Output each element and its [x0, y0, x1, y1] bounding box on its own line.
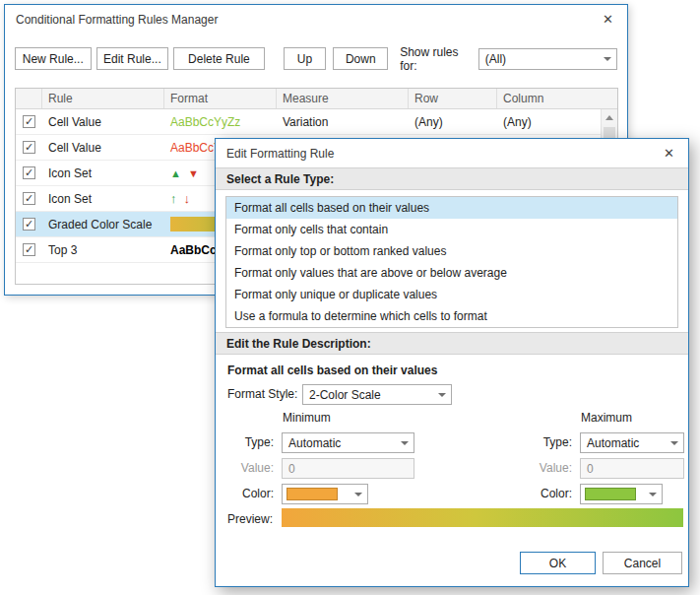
- arrow-down-icon: ↓: [184, 192, 191, 206]
- manager-titlebar: Conditional Formatting Rules Manager ✕: [5, 5, 627, 33]
- edit-rule-button[interactable]: Edit Rule...: [96, 47, 169, 70]
- dropdown-arrow-icon: [354, 493, 362, 496]
- minimum-type-dropdown[interactable]: Automatic: [282, 432, 414, 453]
- maximum-header: Maximum: [581, 411, 632, 425]
- minimum-type-label: Type:: [220, 435, 274, 449]
- rule-enabled-checkbox[interactable]: ✓: [23, 166, 35, 179]
- dropdown-arrow-icon: [438, 393, 446, 397]
- rule-type-item[interactable]: Format only values that are above or bel…: [226, 262, 677, 284]
- manager-close-icon[interactable]: ✕: [598, 11, 618, 28]
- preview-gradient-bar: [282, 508, 683, 527]
- rule-type-item[interactable]: Format only unique or duplicate values: [226, 284, 677, 305]
- column-header-rule[interactable]: Rule: [42, 89, 164, 108]
- rule-name-cell: Top 3: [42, 243, 164, 257]
- scroll-up-icon: [605, 115, 613, 120]
- rule-type-item[interactable]: Format only top or bottom ranked values: [226, 240, 677, 262]
- show-rules-for-label: Show rules for:: [400, 45, 478, 73]
- delete-rule-button[interactable]: Delete Rule: [173, 47, 264, 70]
- manager-title: Conditional Formatting Rules Manager: [16, 13, 218, 27]
- rule-type-section-header: Select a Rule Type:: [216, 167, 688, 190]
- maximum-type-dropdown[interactable]: Automatic: [580, 432, 684, 453]
- column-header-measure[interactable]: Measure: [277, 89, 409, 108]
- maximum-type-label: Type:: [516, 435, 572, 449]
- cancel-button[interactable]: Cancel: [603, 552, 682, 574]
- column-header-checkbox: [16, 89, 42, 108]
- table-row[interactable]: ✓ Cell Value AaBbCcYyZz Variation (Any) …: [16, 109, 601, 135]
- rule-name-cell: Icon Set: [42, 192, 164, 206]
- rule-name-cell: Cell Value: [42, 141, 164, 155]
- move-up-button[interactable]: Up: [284, 47, 327, 70]
- preview-label: Preview:: [227, 512, 273, 526]
- format-preview-cell: AaBbCcYyZz: [164, 115, 277, 129]
- triangle-up-icon: ▲: [170, 167, 181, 179]
- scroll-up-button[interactable]: [602, 109, 617, 126]
- rule-name-cell: Cell Value: [42, 115, 164, 129]
- minimum-header: Minimum: [283, 411, 331, 425]
- triangle-down-icon: ▼: [188, 167, 199, 179]
- maximum-color-label: Color:: [516, 487, 572, 500]
- rule-enabled-checkbox[interactable]: ✓: [23, 192, 35, 205]
- row-cell: (Any): [409, 115, 497, 129]
- screen: Conditional Formatting Rules Manager ✕ N…: [0, 0, 700, 595]
- format-style-dropdown[interactable]: 2-Color Scale: [302, 384, 452, 405]
- rule-description-section-header: Edit the Rule Description:: [216, 332, 688, 355]
- column-header-row[interactable]: Row: [409, 89, 497, 108]
- minimum-color-label: Color:: [220, 487, 274, 500]
- edit-close-icon[interactable]: ✕: [659, 145, 679, 162]
- format-style-value: 2-Color Scale: [309, 388, 381, 402]
- rule-type-listbox: Format all cells based on their values F…: [225, 196, 678, 328]
- maximum-value-input: 0: [580, 458, 684, 479]
- rule-enabled-checkbox[interactable]: ✓: [23, 115, 35, 128]
- dropdown-arrow-icon: [670, 441, 678, 445]
- rule-name-cell: Graded Color Scale: [42, 218, 164, 231]
- format-style-label: Format Style:: [227, 387, 297, 401]
- column-header-column[interactable]: Column: [497, 89, 617, 108]
- manager-toolbar: New Rule... Edit Rule... Delete Rule Up …: [15, 47, 617, 70]
- rule-type-item[interactable]: Format only cells that contain: [226, 219, 677, 240]
- checkmark-icon: ✓: [25, 167, 33, 178]
- rules-table-header: Rule Format Measure Row Column: [16, 89, 617, 109]
- show-rules-for-value: (All): [485, 52, 506, 66]
- new-rule-button[interactable]: New Rule...: [15, 47, 92, 70]
- rule-description-title: Format all cells based on their values: [227, 364, 437, 377]
- rule-type-item[interactable]: Use a formula to determine which cells t…: [226, 305, 677, 327]
- checkmark-icon: ✓: [25, 193, 33, 204]
- edit-title: Edit Formatting Rule: [226, 147, 334, 161]
- show-rules-for-dropdown[interactable]: (All): [478, 48, 617, 70]
- checkmark-icon: ✓: [25, 244, 33, 255]
- minimum-value-input: 0: [282, 458, 414, 479]
- ok-button[interactable]: OK: [520, 552, 596, 574]
- checkmark-icon: ✓: [25, 219, 33, 230]
- checkmark-icon: ✓: [25, 116, 33, 127]
- edit-formatting-rule-dialog: Edit Formatting Rule ✕ Select a Rule Typ…: [215, 138, 689, 587]
- rule-enabled-checkbox[interactable]: ✓: [23, 218, 35, 231]
- rule-enabled-checkbox[interactable]: ✓: [23, 141, 35, 154]
- minimum-color-swatch: [286, 488, 338, 500]
- minimum-type-value: Automatic: [288, 436, 341, 450]
- move-down-button[interactable]: Down: [333, 47, 388, 70]
- column-header-format[interactable]: Format: [164, 89, 277, 108]
- rule-enabled-checkbox[interactable]: ✓: [23, 243, 35, 256]
- minimum-color-dropdown[interactable]: [282, 484, 368, 504]
- maximum-color-swatch: [585, 488, 636, 500]
- measure-cell: Variation: [277, 115, 409, 129]
- column-cell: (Any): [497, 115, 601, 129]
- rule-type-item[interactable]: Format all cells based on their values: [226, 197, 677, 219]
- arrow-up-icon: ↑: [170, 192, 177, 206]
- maximum-type-value: Automatic: [587, 436, 639, 450]
- minimum-value-label: Value:: [220, 461, 274, 475]
- checkmark-icon: ✓: [25, 142, 33, 153]
- dropdown-arrow-icon: [604, 57, 611, 61]
- dropdown-arrow-icon: [401, 441, 409, 445]
- edit-titlebar: Edit Formatting Rule ✕: [216, 139, 688, 167]
- rule-name-cell: Icon Set: [42, 166, 164, 180]
- maximum-value-label: Value:: [516, 461, 572, 475]
- maximum-color-dropdown[interactable]: [580, 484, 663, 504]
- dropdown-arrow-icon: [649, 493, 657, 496]
